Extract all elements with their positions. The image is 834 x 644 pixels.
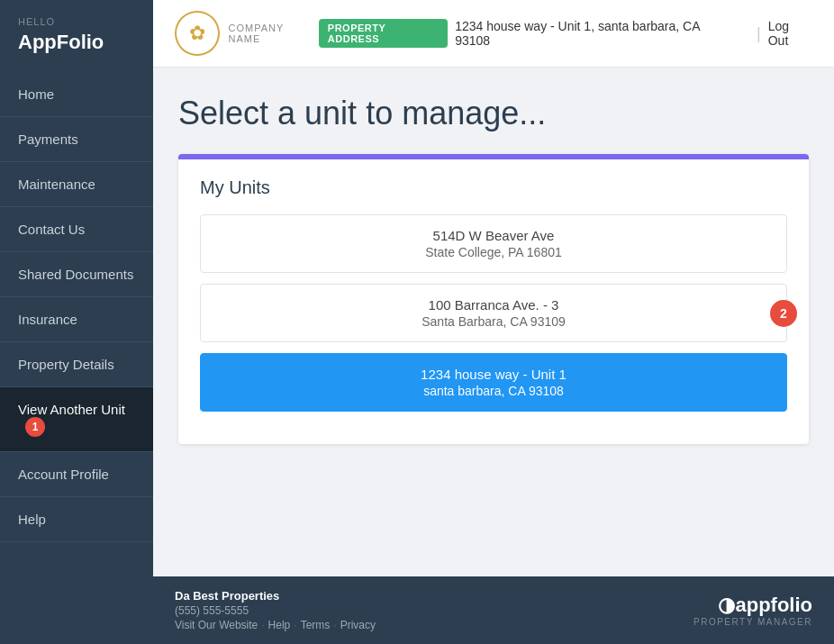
- sidebar-item-insurance[interactable]: Insurance: [0, 297, 153, 342]
- units-card: My Units 514D W Beaver AveState College,…: [178, 154, 809, 444]
- units-card-body: My Units 514D W Beaver AveState College,…: [178, 159, 809, 444]
- sidebar-item-shared-documents[interactable]: Shared Documents: [0, 252, 153, 297]
- footer-left: Da Best Properties (555) 555-5555 Visit …: [175, 589, 376, 631]
- unit-name-unit-3: 1234 house way - Unit 1: [219, 367, 768, 382]
- unit-badge-unit-2: 2: [770, 300, 797, 327]
- sidebar-item-property-details[interactable]: Property Details: [0, 342, 153, 387]
- appfolio-logo: ◑appfolio: [718, 594, 812, 617]
- unit-address-unit-1: State College, PA 16801: [219, 245, 768, 259]
- footer-visit-website[interactable]: Visit Our Website: [175, 619, 258, 631]
- unit-address-unit-3: santa barbara, CA 93108: [219, 384, 768, 398]
- sidebar-item-account-profile[interactable]: Account Profile: [0, 452, 153, 497]
- footer-privacy[interactable]: Privacy: [340, 619, 376, 631]
- company-logo-icon: ✿: [175, 11, 220, 56]
- header-logo: ✿ COMPANY NAME: [175, 11, 319, 56]
- sidebar-nav: HomePaymentsMaintenanceContact UsShared …: [0, 72, 153, 644]
- sidebar-hello-label: HELLO: [0, 0, 153, 31]
- main-content: Select a unit to manage... My Units 514D…: [153, 68, 834, 576]
- appfolio-sub: PROPERTY MANAGER: [693, 617, 812, 627]
- property-address-badge: PROPERTY ADDRESS: [319, 19, 448, 48]
- logout-button[interactable]: Log Out: [768, 19, 812, 48]
- footer-links: Visit Our Website · Help · Terms · Priva…: [175, 619, 376, 631]
- top-header: ✿ COMPANY NAME PROPERTY ADDRESS 1234 hou…: [153, 0, 834, 68]
- footer-right: ◑appfolio PROPERTY MANAGER: [693, 594, 812, 627]
- unit-name-unit-1: 514D W Beaver Ave: [219, 228, 768, 243]
- page-title: Select a unit to manage...: [178, 95, 809, 132]
- header-divider: |: [757, 24, 761, 43]
- company-name-label: COMPANY NAME: [229, 23, 319, 44]
- footer-terms[interactable]: Terms: [301, 619, 331, 631]
- sidebar-item-help[interactable]: Help: [0, 497, 153, 542]
- content-area: ✿ COMPANY NAME PROPERTY ADDRESS 1234 hou…: [153, 0, 834, 644]
- sidebar-item-view-another-unit[interactable]: View Another Unit1: [0, 387, 153, 452]
- sidebar-item-home[interactable]: Home: [0, 72, 153, 117]
- unit-item-unit-1[interactable]: 514D W Beaver AveState College, PA 16801: [200, 214, 787, 273]
- footer: Da Best Properties (555) 555-5555 Visit …: [153, 576, 834, 644]
- header-right: PROPERTY ADDRESS 1234 house way - Unit 1…: [319, 19, 812, 48]
- footer-company-name: Da Best Properties: [175, 589, 376, 603]
- unit-address-unit-2: Santa Barbara, CA 93109: [219, 314, 768, 329]
- unit-item-unit-2[interactable]: 100 Barranca Ave. - 3Santa Barbara, CA 9…: [200, 284, 787, 342]
- units-section-title: My Units: [200, 177, 787, 198]
- footer-phone: (555) 555-5555: [175, 604, 376, 617]
- sidebar: HELLO AppFolio HomePaymentsMaintenanceCo…: [0, 0, 153, 644]
- unit-name-unit-2: 100 Barranca Ave. - 3: [219, 297, 768, 313]
- sidebar-badge-view-another-unit: 1: [25, 417, 45, 437]
- sidebar-item-payments[interactable]: Payments: [0, 117, 153, 162]
- footer-help[interactable]: Help: [268, 619, 291, 631]
- sidebar-app-name: AppFolio: [0, 31, 153, 72]
- sidebar-item-contact-us[interactable]: Contact Us: [0, 207, 153, 252]
- header-address-text: 1234 house way - Unit 1, santa barbara, …: [455, 19, 735, 48]
- units-list: 514D W Beaver AveState College, PA 16801…: [200, 214, 787, 412]
- unit-item-unit-3[interactable]: 1234 house way - Unit 1santa barbara, CA…: [200, 353, 787, 412]
- sidebar-item-maintenance[interactable]: Maintenance: [0, 162, 153, 207]
